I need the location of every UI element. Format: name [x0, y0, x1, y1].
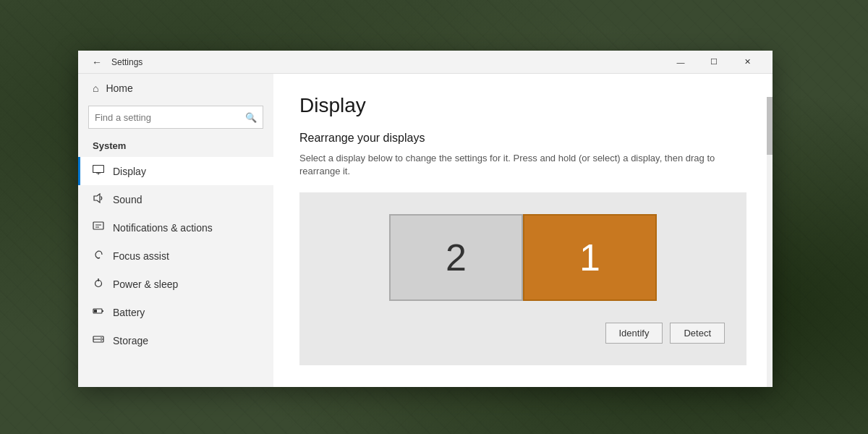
titlebar-controls: — ☐ ✕ — [664, 51, 764, 74]
sidebar: ⌂ Home 🔍 System Display — [78, 74, 273, 387]
sidebar-item-notifications[interactable]: Notifications & actions — [78, 213, 273, 242]
detect-button[interactable]: Detect — [670, 323, 725, 344]
svg-rect-4 — [93, 222, 103, 229]
sidebar-item-storage[interactable]: Storage — [78, 326, 273, 354]
sidebar-item-focus-label: Focus assist — [113, 250, 169, 262]
home-label: Home — [106, 82, 132, 94]
sidebar-item-display-label: Display — [113, 166, 146, 177]
sidebar-item-home[interactable]: ⌂ Home — [78, 74, 273, 103]
sidebar-item-sound-label: Sound — [113, 194, 142, 205]
svg-marker-3 — [94, 194, 100, 203]
monitor-1-label: 1 — [579, 236, 600, 279]
main-panel: Display Rearrange your displays Select a… — [273, 74, 773, 387]
sidebar-item-storage-label: Storage — [113, 335, 148, 346]
storage-icon — [93, 334, 104, 346]
battery-icon — [93, 306, 104, 318]
section-desc: Select a display below to change the set… — [299, 152, 746, 178]
svg-rect-10 — [102, 310, 103, 312]
display-icon — [93, 165, 104, 177]
power-icon — [93, 278, 104, 290]
sidebar-item-notifications-label: Notifications & actions — [113, 222, 213, 234]
sidebar-item-sound[interactable]: Sound — [78, 185, 273, 213]
monitors-container: 2 1 — [389, 214, 657, 301]
scrollbar-thumb[interactable] — [767, 97, 773, 155]
focus-icon — [93, 250, 104, 262]
scrollbar-track[interactable] — [767, 97, 773, 387]
svg-point-14 — [101, 337, 102, 339]
sidebar-item-battery-label: Battery — [113, 307, 145, 318]
monitor-2-label: 2 — [446, 236, 467, 279]
home-icon: ⌂ — [93, 82, 98, 94]
display-buttons: Identify Detect — [605, 323, 726, 344]
section-label: System — [78, 137, 273, 157]
svg-point-15 — [101, 340, 102, 341]
search-icon: 🔍 — [245, 112, 257, 123]
sidebar-item-display[interactable]: Display — [78, 157, 273, 185]
search-box[interactable]: 🔍 — [88, 106, 263, 129]
sidebar-item-battery[interactable]: Battery — [78, 298, 273, 326]
identify-button[interactable]: Identify — [605, 323, 663, 344]
sidebar-item-focus[interactable]: Focus assist — [78, 242, 273, 270]
content-area: ⌂ Home 🔍 System Display — [78, 74, 773, 387]
svg-rect-11 — [94, 310, 97, 312]
monitor-2[interactable]: 2 — [389, 214, 523, 301]
settings-window: ← Settings — ☐ ✕ ⌂ Home 🔍 System — [78, 51, 773, 387]
sound-icon — [93, 193, 104, 205]
titlebar: ← Settings — ☐ ✕ — [78, 51, 773, 74]
page-title: Display — [299, 94, 746, 117]
back-button[interactable]: ← — [87, 52, 107, 72]
svg-rect-0 — [93, 166, 104, 173]
sidebar-item-power-label: Power & sleep — [113, 278, 178, 290]
minimize-button[interactable]: — — [664, 51, 697, 74]
maximize-button[interactable]: ☐ — [697, 51, 731, 74]
display-area: 2 1 Identify Detect — [299, 192, 746, 365]
close-button[interactable]: ✕ — [731, 51, 764, 74]
monitor-1[interactable]: 1 — [523, 214, 657, 301]
search-input[interactable] — [95, 112, 241, 123]
section-title: Rearrange your displays — [299, 132, 746, 145]
notifications-icon — [93, 221, 104, 234]
sidebar-item-power[interactable]: Power & sleep — [78, 270, 273, 298]
titlebar-title: Settings — [111, 57, 664, 67]
